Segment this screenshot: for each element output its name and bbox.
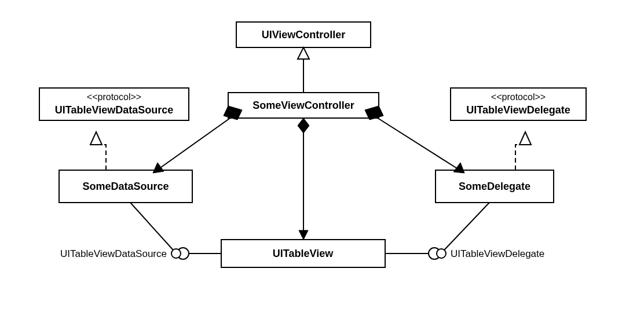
arrowhead-generalization xyxy=(298,47,309,59)
edge-required-utv-sds-d xyxy=(130,203,173,250)
class-somedatasource-label: SomeDataSource xyxy=(82,181,169,192)
port-label-datasource: UITableViewDataSource xyxy=(60,248,167,259)
class-uiviewcontroller-label: UIViewController xyxy=(262,29,346,41)
edge-composition-svc-sd xyxy=(369,113,460,170)
class-somedelegate-label: SomeDelegate xyxy=(459,181,530,192)
class-someviewcontroller-label: SomeViewController xyxy=(253,100,354,111)
protocol-delegate-stereotype: <<protocol>> xyxy=(491,92,546,102)
protocol-datasource-label: UITableViewDataSource xyxy=(55,104,173,116)
arrowhead-svc-sds xyxy=(153,163,164,173)
edge-realization-sd-proto xyxy=(515,145,519,170)
arrowhead-realization-right xyxy=(519,132,531,145)
edge-required-utv-sd-d xyxy=(444,203,489,250)
uml-diagram: UIViewController SomeViewController <<pr… xyxy=(0,0,644,316)
edge-realization-sds-proto xyxy=(102,145,106,170)
diamond-svc-utv xyxy=(298,118,309,133)
protocol-datasource-stereotype: <<protocol>> xyxy=(87,92,141,102)
arrowhead-realization-left xyxy=(90,132,102,145)
class-uitableview-label: UITableView xyxy=(273,248,334,259)
protocol-delegate-label: UITableViewDelegate xyxy=(466,104,570,116)
edge-composition-svc-sds xyxy=(157,113,237,170)
arrowhead-svc-utv xyxy=(299,230,308,240)
port-label-delegate: UITableViewDelegate xyxy=(451,248,544,259)
